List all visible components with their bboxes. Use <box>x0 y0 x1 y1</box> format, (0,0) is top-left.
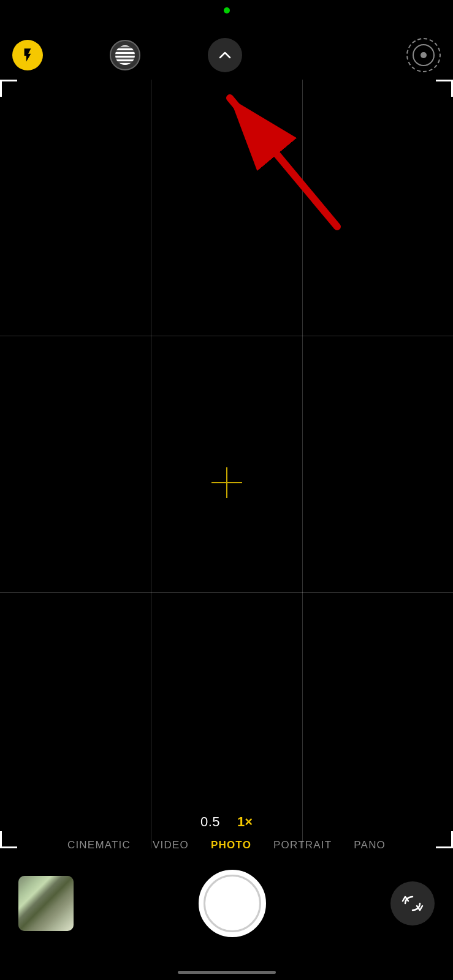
thumbnail-image <box>18 876 74 931</box>
home-indicator <box>178 971 276 974</box>
top-controls <box>0 34 453 77</box>
zoom-option-1x[interactable]: 1× <box>237 814 253 830</box>
bottom-controls <box>0 864 453 943</box>
mode-cinematic[interactable]: CINEMATIC <box>67 839 131 851</box>
live-photo-button[interactable] <box>406 38 441 72</box>
flash-icon <box>20 47 36 63</box>
mode-pano[interactable]: PANO <box>354 839 386 851</box>
chevron-up-icon <box>216 47 234 64</box>
status-bar <box>0 0 453 24</box>
live-dot <box>421 52 427 58</box>
grid-overlay <box>0 80 453 848</box>
zoom-option-05[interactable]: 0.5 <box>200 814 220 830</box>
flip-camera-icon <box>401 892 424 915</box>
hdr-button[interactable] <box>110 40 140 70</box>
shutter-inner-ring <box>204 875 261 932</box>
focus-crosshair <box>211 467 242 498</box>
live-photo-icon <box>413 44 435 66</box>
mode-photo[interactable]: PHOTO <box>211 839 251 851</box>
grid-vertical-1 <box>151 80 151 848</box>
camera-mode-selector: CINEMATIC VIDEO PHOTO PORTRAIT PANO <box>0 830 453 861</box>
flash-button[interactable] <box>12 40 43 70</box>
grid-horizontal-2 <box>0 592 453 593</box>
grid-horizontal-1 <box>0 336 453 336</box>
shutter-button[interactable] <box>199 870 266 937</box>
mode-portrait[interactable]: PORTRAIT <box>273 839 332 851</box>
flip-camera-button[interactable] <box>390 881 435 925</box>
grid-vertical-2 <box>302 80 303 848</box>
zoom-controls: 0.5 1× <box>200 814 253 830</box>
chevron-up-button[interactable] <box>208 38 242 72</box>
hdr-icon <box>115 45 135 65</box>
photo-thumbnail[interactable] <box>18 876 74 931</box>
corner-top-left <box>0 80 17 97</box>
status-dot <box>224 7 230 13</box>
mode-video[interactable]: VIDEO <box>153 839 189 851</box>
corner-top-right <box>436 80 453 97</box>
viewfinder[interactable]: 0.5 1× <box>0 80 453 848</box>
